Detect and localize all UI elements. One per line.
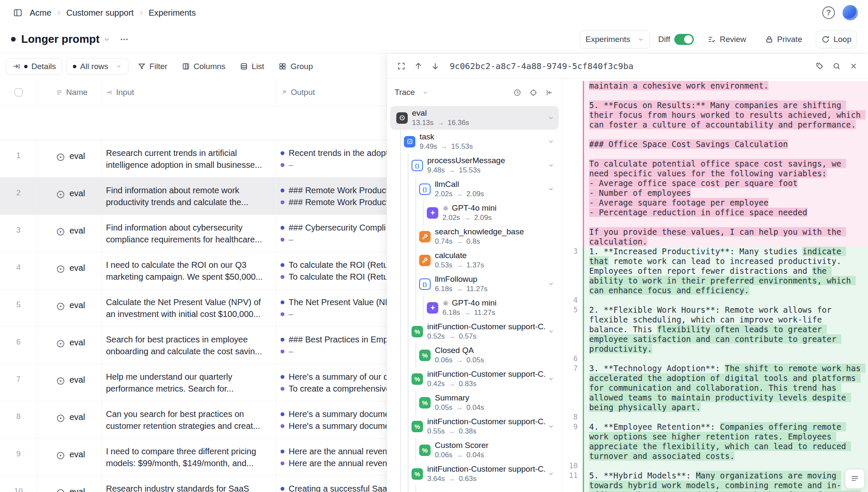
span-main: search_knowledge_base0.74s→0.8s [435, 227, 554, 246]
columns-button[interactable]: Columns [177, 58, 231, 75]
chevron-down-icon[interactable] [103, 36, 111, 43]
trace-span-row[interactable]: %initFunction-Customer support-C...0.42s… [390, 367, 559, 391]
column-header-input[interactable]: Input [102, 79, 276, 106]
review-button[interactable]: Review [702, 31, 751, 48]
close-panel-button[interactable] [846, 58, 861, 74]
tree-view-select[interactable]: Trace [392, 84, 431, 100]
avatar[interactable] [843, 5, 858, 20]
trace-span-row[interactable]: task9.49s→15.53s [390, 130, 559, 153]
row-name: eval [70, 151, 85, 177]
filter-button[interactable]: Filter [133, 58, 172, 75]
diff-added-line: 8 [562, 412, 868, 422]
trace-span-row[interactable]: %Summary0.05s→0.04s [390, 391, 559, 414]
scorer-span-icon: % [412, 373, 423, 385]
sidebar-toggle-button[interactable] [10, 5, 25, 20]
output-bullet-dot [281, 461, 284, 465]
diff-line-number: 8 [562, 412, 583, 422]
chevron-down-icon [548, 423, 554, 430]
breadcrumb-project[interactable]: Customer support [66, 8, 134, 18]
span-name: llmFollowup [435, 274, 545, 284]
diff-line-number [562, 81, 583, 91]
output-bullet-dot [281, 151, 284, 155]
view-select[interactable]: Experiments [580, 31, 650, 48]
row-input-text: Find information about cybersecurity com… [106, 222, 270, 245]
span-end-time: 15.53s [459, 166, 481, 175]
trace-span-row[interactable]: search_knowledge_base0.74s→0.8s [390, 225, 559, 248]
trace-span-row[interactable]: ()processUserMessage9.48s→15.53s [390, 153, 559, 177]
span-end-time: 1.37s [467, 261, 484, 270]
more-menu-button[interactable] [117, 32, 132, 47]
tree-guide-line [396, 130, 404, 153]
breadcrumb-org[interactable]: Acme [30, 8, 51, 18]
trace-span-row[interactable]: %Closed QA0.06s→0.05s [390, 343, 559, 367]
list-view-button[interactable]: List [235, 58, 270, 75]
rows-filter-select[interactable]: All rows [67, 58, 128, 75]
output-bullet-dot [281, 189, 284, 192]
function-span-icon: () [419, 183, 431, 195]
trace-span-row[interactable]: GPT-4o mini6.18s→11.27s [390, 296, 559, 320]
span-name: initFunction-Customer support-C... [427, 322, 545, 332]
expand-panel-button[interactable] [394, 58, 409, 74]
trace-span-row[interactable]: ()llmCall2.02s→2.09s [390, 177, 559, 201]
tag-button[interactable] [812, 58, 827, 74]
row-input-cell: Research current trends in artificial in… [102, 140, 276, 177]
tree-guide-line [419, 201, 427, 225]
trace-span-row[interactable]: %Intent Classification [390, 486, 559, 492]
span-main: llmFollowup6.18s→11.27s [435, 274, 545, 294]
row-input-text: Search for best practices in employee on… [106, 334, 270, 357]
lines-icon [850, 474, 860, 484]
private-button[interactable]: Private [760, 31, 807, 48]
experiment-bar: Longer prompt Experiments Diff Review Pr… [0, 25, 868, 53]
trace-span-row[interactable]: GPT-4o mini2.02s→2.09s [390, 201, 559, 225]
span-name: Closed QA [435, 345, 554, 356]
focus-span-button[interactable] [526, 85, 541, 100]
diff-toggle[interactable] [674, 34, 694, 45]
help-icon[interactable]: ? [822, 6, 835, 19]
row-output-text: Here are the annual revenu [289, 445, 392, 457]
span-start-time: 2.02s [442, 213, 460, 222]
row-output-text: The Net Present Value (NP [289, 296, 391, 308]
group-button[interactable]: Group [273, 58, 318, 75]
row-name-cell: eval [37, 140, 102, 177]
trace-span-row[interactable]: %initFunction-Customer support-C...3.64s… [390, 462, 559, 486]
breadcrumb-separator: › [139, 7, 142, 18]
row-output-text: Here's a summary of our q [289, 371, 388, 383]
loop-button[interactable]: Loop [816, 31, 857, 48]
search-button[interactable] [829, 58, 844, 74]
trace-span-row[interactable]: %Custom Scorer0.06s→0.04s [390, 438, 559, 462]
eval-icon [56, 488, 65, 492]
span-name: initFunction-Customer support-C... [427, 464, 545, 474]
row-name-cell: eval [37, 327, 102, 364]
collapse-tree-button[interactable] [542, 85, 557, 100]
rows-filter-dot [73, 65, 76, 68]
timing-view-button[interactable] [509, 85, 525, 100]
select-all-checkbox[interactable] [14, 88, 23, 97]
chevron-down-icon [548, 138, 554, 145]
tree-guide-line [412, 438, 419, 462]
scorer-span-icon: % [419, 445, 431, 456]
row-output-text: Recent trends in the adopti [289, 147, 390, 159]
span-duration: 0.42s→0.83s [427, 379, 545, 389]
trace-id[interactable]: 9c062bc2-a8c7-4a88-9749-5cf840f3c9ba [450, 61, 810, 71]
previous-row-button[interactable] [411, 58, 426, 74]
span-duration: 9.48s→15.53s [427, 166, 545, 175]
trace-span-row[interactable]: calculate0.53s→1.37s [390, 248, 559, 272]
trace-span-row[interactable]: %initFunction-Customer support-C...0.52s… [390, 320, 559, 343]
next-row-button[interactable] [428, 58, 443, 74]
span-end-time: 0.04s [467, 403, 484, 412]
diff-added-line: 52. **Flexible Work Hours**: Remote work… [562, 305, 868, 354]
trace-span-row[interactable]: ()llmFollowup6.18s→11.27s [390, 272, 559, 296]
function-span-icon: () [419, 278, 431, 290]
duration-arrow: → [456, 356, 463, 365]
breadcrumb-page[interactable]: Experiments [149, 8, 196, 18]
list-label: List [252, 62, 264, 71]
panel-toggle-button[interactable] [845, 469, 865, 489]
experiment-name[interactable]: Longer prompt [21, 33, 100, 46]
column-header-name[interactable]: Name [37, 79, 102, 106]
trace-span-row[interactable]: eval13.13s→16.36s [390, 106, 559, 130]
span-start-time: 0.05s [435, 403, 453, 412]
details-button[interactable]: Details [6, 58, 62, 75]
tree-guide-line [412, 225, 419, 248]
clock-icon [513, 89, 521, 97]
trace-span-row[interactable]: %initFunction-Customer support-C...0.55s… [390, 414, 559, 438]
